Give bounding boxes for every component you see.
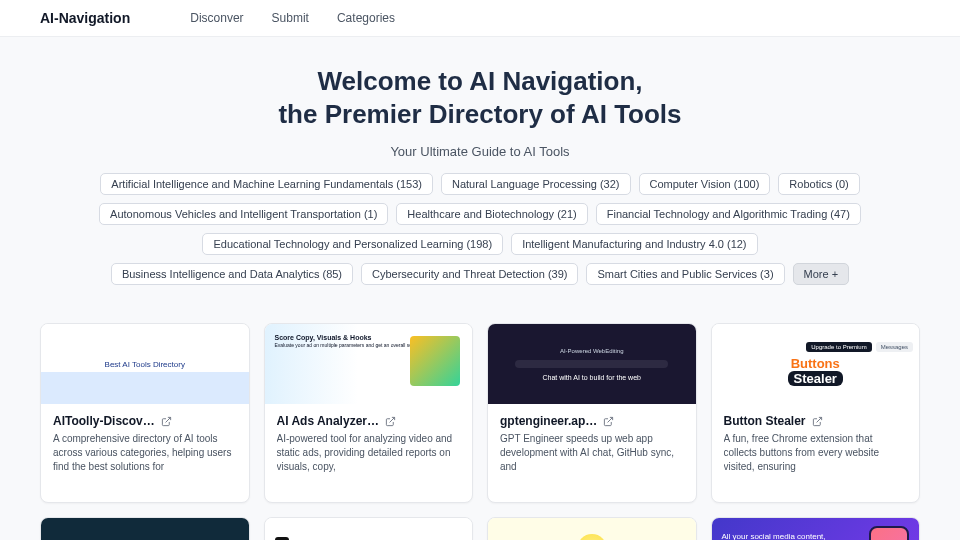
tool-card[interactable]: Score Copy, Visuals & HooksEvaluate your… [264,323,474,503]
tag[interactable]: Natural Language Processing (32) [441,173,631,195]
card-body: AI Ads Analyzer… AI-powered tool for ana… [265,404,473,502]
card-description: AI-powered tool for analyzing video and … [277,432,461,474]
tool-card[interactable]: Think, Create, Publish On Canvas Noteey [487,517,697,540]
card-body: Button Stealer A fun, free Chrome extens… [712,404,920,502]
tag[interactable]: Artificial Intelligence and Machine Lear… [100,173,433,195]
tool-card[interactable]: Upgrade to PremiumMessages Buttons Steal… [711,323,921,503]
external-link-icon [385,416,396,427]
tag[interactable]: Smart Cities and Public Services (3) [586,263,784,285]
card-description: GPT Engineer speeds up web app developme… [500,432,684,474]
tag[interactable]: Intelligent Manufacturing and Industry 4… [511,233,757,255]
svg-line-0 [165,417,170,422]
tag[interactable]: Business Intelligence and Data Analytics… [111,263,353,285]
cards-grid: Best AI Tools Directory AIToolly-Discov…… [0,303,960,540]
category-tags: Artificial Intelligence and Machine Lear… [70,173,890,285]
tool-card[interactable]: Seline Simple & private website and prod… [264,517,474,540]
nav-link-submit[interactable]: Submit [272,11,309,25]
tag[interactable]: Autonomous Vehicles and Intelligent Tran… [99,203,388,225]
card-body: AIToolly-Discov… A comprehensive directo… [41,404,249,502]
thumb-text: Buttons [791,356,840,371]
thumb-text: Score Copy, Visuals & Hooks [275,334,372,341]
hero-title-line2: the Premier Directory of AI Tools [278,99,681,129]
hero-subtitle: Your Ultimate Guide to AI Tools [40,144,920,159]
tag[interactable]: Computer Vision (100) [639,173,771,195]
hero-title: Welcome to AI Navigation, the Premier Di… [40,65,920,130]
brand[interactable]: AI-Navigation [40,10,130,26]
card-title: gptengineer.ap… [500,414,597,428]
tag[interactable]: Educational Technology and Personalized … [202,233,503,255]
card-title: AIToolly-Discov… [53,414,155,428]
tool-card[interactable]: Best AI Tools Directory AIToolly-Discov…… [40,323,250,503]
card-thumbnail: Convert designs from any website to Reac… [41,518,249,540]
thumb-text: Chat with AI to build for the web [543,374,641,381]
nav-link-categories[interactable]: Categories [337,11,395,25]
card-description: A comprehensive directory of AI tools ac… [53,432,237,474]
card-thumbnail: Seline Simple & private website and prod… [265,518,473,540]
card-thumbnail: Best AI Tools Directory [41,324,249,404]
external-link-icon [603,416,614,427]
thumb-sub: AI-Powered WebEditing [560,348,624,354]
tool-card[interactable]: Convert designs from any website to Reac… [40,517,250,540]
svg-line-3 [816,417,821,422]
card-title: Button Stealer [724,414,806,428]
hero: Welcome to AI Navigation, the Premier Di… [0,37,960,303]
tool-card[interactable]: All your social media content, instantly… [711,517,921,540]
nav-links: Disconver Submit Categories [190,11,395,25]
svg-line-2 [608,417,613,422]
top-nav: AI-Navigation Disconver Submit Categorie… [0,0,960,37]
card-thumbnail: Think, Create, Publish On Canvas Noteey [488,518,696,540]
card-thumbnail: Upgrade to PremiumMessages Buttons Steal… [712,324,920,404]
tool-card[interactable]: AI-Powered WebEditing Chat with AI to bu… [487,323,697,503]
card-body: gptengineer.ap… GPT Engineer speeds up w… [488,404,696,502]
external-link-icon [161,416,172,427]
thumb-text: Best AI Tools Directory [105,360,185,369]
tag[interactable]: Robotics (0) [778,173,859,195]
hero-title-line1: Welcome to AI Navigation, [317,66,642,96]
nav-link-discover[interactable]: Disconver [190,11,243,25]
card-thumbnail: All your social media content, instantly… [712,518,920,540]
thumb-text: All your social media content, [722,532,826,540]
external-link-icon [812,416,823,427]
card-thumbnail: AI-Powered WebEditing Chat with AI to bu… [488,324,696,404]
tag-more[interactable]: More + [793,263,850,285]
thumb-text: Stealer [788,371,843,386]
card-title: AI Ads Analyzer… [277,414,379,428]
card-thumbnail: Score Copy, Visuals & HooksEvaluate your… [265,324,473,404]
tag[interactable]: Healthcare and Biotechnology (21) [396,203,587,225]
svg-line-1 [390,417,395,422]
tag[interactable]: Cybersecurity and Threat Detection (39) [361,263,578,285]
card-description: A fun, free Chrome extension that collec… [724,432,908,474]
tag[interactable]: Financial Technology and Algorithmic Tra… [596,203,861,225]
